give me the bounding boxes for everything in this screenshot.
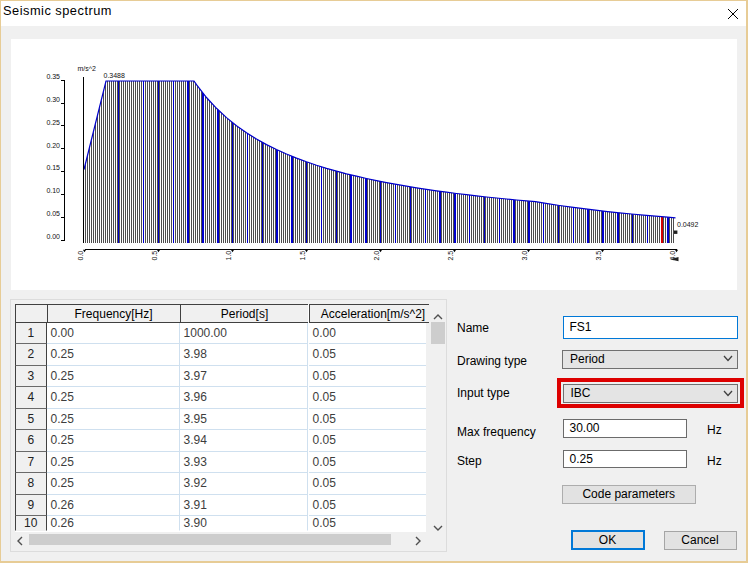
svg-text:1.0: 1.0	[224, 251, 231, 261]
svg-text:0.05: 0.05	[46, 210, 60, 217]
svg-text:0.25: 0.25	[46, 119, 60, 126]
svg-text:0.30: 0.30	[46, 96, 60, 103]
svg-text:0.00: 0.00	[46, 233, 60, 240]
svg-text:0.10: 0.10	[46, 187, 60, 194]
svg-text:0.0: 0.0	[76, 251, 83, 261]
svg-text:0.5: 0.5	[150, 251, 157, 261]
svg-text:3.5: 3.5	[594, 251, 601, 261]
svg-text:0.35: 0.35	[46, 73, 60, 80]
svg-text:0.0492: 0.0492	[677, 221, 699, 228]
svg-text:0.15: 0.15	[46, 164, 60, 171]
svg-text:3.0: 3.0	[520, 251, 527, 261]
svg-text:0.3488: 0.3488	[103, 72, 125, 79]
svg-text:2.5: 2.5	[446, 251, 453, 261]
svg-text:1.5: 1.5	[298, 251, 305, 261]
svg-text:0.20: 0.20	[46, 142, 60, 149]
svg-text:m/s^2: m/s^2	[77, 65, 96, 72]
svg-text:2.0: 2.0	[372, 251, 379, 261]
